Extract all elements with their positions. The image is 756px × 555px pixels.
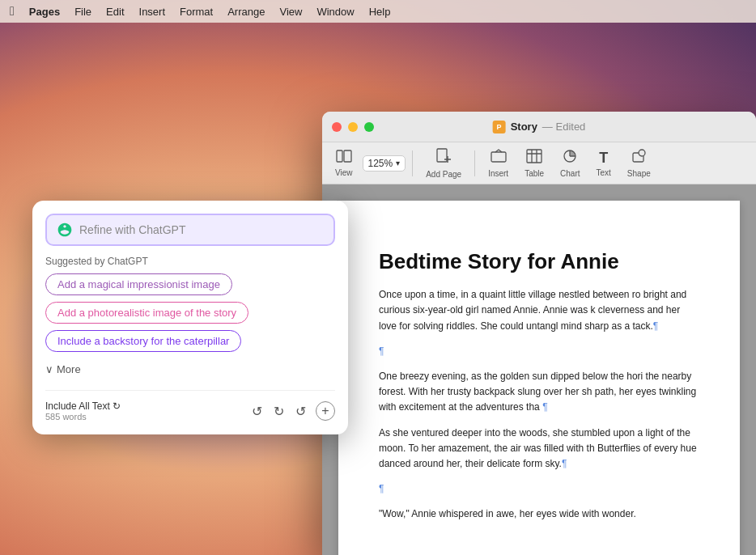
undo-button[interactable]: ↺	[250, 402, 264, 421]
table-icon	[526, 149, 542, 167]
chip-backstory[interactable]: Include a backstory for the caterpillar	[45, 330, 241, 352]
suggestion-backstory[interactable]: Include a backstory for the caterpillar	[45, 330, 335, 358]
table-label: Table	[525, 169, 544, 178]
word-count: 585 words	[45, 412, 121, 422]
paragraph-1: Once upon a time, in a quaint little vil…	[379, 287, 699, 334]
panel-footer: Include All Text ↻ 585 words ↺ ↻ ↺ +	[45, 390, 335, 422]
svg-rect-6	[527, 150, 542, 163]
footer-actions: ↺ ↻ ↺ +	[250, 401, 335, 421]
chip-photorealistic[interactable]: Add a photorealistic image of the story	[45, 302, 248, 324]
menubar-help[interactable]: Help	[369, 6, 391, 18]
menubar-pages[interactable]: Pages	[29, 6, 60, 18]
toolbar-view[interactable]: View	[329, 146, 359, 180]
chart-icon	[562, 149, 578, 167]
suggestions-list: Add a magical impressionist image Add a …	[45, 273, 335, 358]
suggestion-impressionist[interactable]: Add a magical impressionist image	[45, 273, 335, 302]
menubar-insert[interactable]: Insert	[139, 6, 166, 18]
paragraph-break-2: ¶	[379, 481, 699, 497]
add-page-icon	[436, 148, 451, 168]
add-button[interactable]: +	[316, 401, 335, 421]
document-area[interactable]: Bedtime Story for Annie Once upon a time…	[322, 184, 756, 555]
toolbar-shape[interactable]: Shape	[621, 146, 657, 181]
minimize-button[interactable]	[348, 122, 358, 132]
pages-window: P Story — Edited View 125% ▾	[322, 112, 756, 555]
document-title: Story	[511, 121, 537, 133]
toolbar: View 125% ▾ Add Page	[322, 142, 756, 184]
toolbar-divider-1	[412, 150, 413, 176]
menubar-file[interactable]: File	[74, 6, 91, 18]
insert-icon	[491, 149, 507, 167]
toolbar-text[interactable]: T Text	[590, 146, 618, 180]
insert-label: Insert	[488, 169, 508, 178]
more-chevron-icon: ∨	[45, 363, 53, 375]
paragraph-2: One breezy evening, as the golden sun di…	[379, 369, 699, 416]
menubar-format[interactable]: Format	[180, 6, 213, 18]
redo-button[interactable]: ↻	[272, 402, 286, 421]
toolbar-divider-2	[474, 150, 475, 176]
include-all-text[interactable]: Include All Text ↻	[45, 400, 121, 412]
svg-point-14	[639, 150, 645, 156]
apple-menu[interactable]: 	[10, 4, 15, 19]
refresh-button[interactable]: ↺	[294, 402, 308, 421]
document-edited-label: — Edited	[542, 121, 586, 133]
paragraph-4: "Wow," Annie whispered in awe, her eyes …	[379, 506, 699, 522]
document-page: Bedtime Story for Annie Once upon a time…	[338, 201, 740, 555]
more-button[interactable]: ∨ More	[45, 360, 335, 379]
svg-rect-1	[344, 150, 351, 162]
chatgpt-logo-icon	[57, 222, 73, 238]
toolbar-add-page[interactable]: Add Page	[419, 145, 468, 182]
more-label: More	[57, 363, 81, 375]
text-label: Text	[597, 168, 611, 177]
paragraph-3: As she ventured deeper into the woods, s…	[379, 426, 699, 472]
chart-label: Chart	[560, 169, 580, 178]
titlebar-center: P Story — Edited	[493, 121, 586, 133]
add-page-label: Add Page	[426, 170, 461, 179]
titlebar: P Story — Edited	[322, 112, 756, 142]
shape-label: Shape	[627, 169, 651, 178]
footer-info: Include All Text ↻ 585 words	[45, 400, 121, 422]
toolbar-table[interactable]: Table	[518, 146, 550, 181]
chatgpt-refine-input[interactable]	[79, 223, 324, 236]
chatgpt-panel: Suggested by ChatGPT Add a magical impre…	[32, 201, 348, 434]
menubar-arrange[interactable]: Arrange	[227, 6, 265, 18]
suggestion-photorealistic[interactable]: Add a photorealistic image of the story	[45, 302, 335, 330]
menubar-window[interactable]: Window	[316, 6, 354, 18]
zoom-chevron-icon: ▾	[396, 159, 400, 167]
svg-rect-5	[491, 152, 506, 162]
shape-icon	[631, 149, 646, 167]
chip-impressionist[interactable]: Add a magical impressionist image	[45, 273, 232, 295]
document-icon: P	[493, 121, 506, 133]
include-all-text-label: Include All Text ↻	[45, 400, 121, 412]
svg-rect-0	[337, 150, 342, 162]
maximize-button[interactable]	[364, 122, 374, 132]
zoom-control[interactable]: 125% ▾	[363, 155, 406, 172]
close-button[interactable]	[332, 122, 342, 132]
chatgpt-input-row[interactable]	[45, 214, 335, 246]
menubar:  Pages File Edit Insert Format Arrange …	[0, 0, 756, 23]
view-icon	[336, 150, 352, 167]
toolbar-insert[interactable]: Insert	[482, 146, 515, 181]
view-label: View	[335, 168, 353, 177]
menubar-edit[interactable]: Edit	[106, 6, 124, 18]
text-icon: T	[599, 150, 608, 167]
document-title-text: Bedtime Story for Annie	[379, 249, 699, 274]
toolbar-chart[interactable]: Chart	[554, 146, 586, 181]
suggestions-label: Suggested by ChatGPT	[45, 256, 335, 267]
paragraph-break-1: ¶	[379, 344, 699, 359]
menubar-view[interactable]: View	[279, 6, 302, 18]
zoom-value: 125%	[368, 158, 393, 169]
